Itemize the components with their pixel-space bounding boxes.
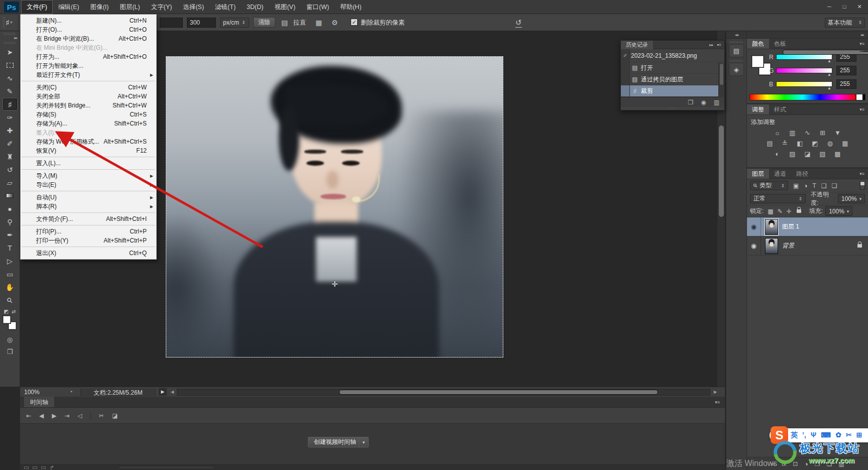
- slider-handle-icon[interactable]: ▲: [827, 72, 831, 77]
- panel-menu-icon[interactable]: ▾≡: [856, 104, 868, 114]
- panel-menu-icon[interactable]: ▾≡: [715, 397, 725, 407]
- panel-menu-icon[interactable]: ▾≡: [856, 169, 868, 179]
- lock-all-icon[interactable]: [797, 209, 801, 213]
- gradient-tool[interactable]: [3, 190, 17, 201]
- blue-value-field[interactable]: 255: [836, 79, 856, 89]
- overlay-options-icon[interactable]: ▦: [315, 18, 322, 27]
- menu-item-open-smart-object[interactable]: 打开为智能对象...: [21, 61, 156, 70]
- menu-top-item[interactable]: 文件(F): [21, 0, 53, 14]
- collapse-dock-icon[interactable]: ▸▸: [747, 31, 868, 39]
- tab-adjustments[interactable]: 调整: [747, 104, 769, 114]
- collapsed-panel-button[interactable]: ▤: [729, 44, 744, 57]
- scroll-left-icon[interactable]: ◀: [171, 390, 174, 394]
- create-video-timeline-button[interactable]: 创建视频时间轴: [308, 437, 362, 447]
- menu-top-item[interactable]: 滤镜(T): [209, 0, 241, 14]
- brush-tool[interactable]: ✐: [3, 138, 17, 149]
- menu-item-save-for-web[interactable]: 存储为 Web 所用格式... Alt+Shift+Ctrl+S: [21, 137, 156, 146]
- invert-icon[interactable]: ◐: [772, 150, 784, 158]
- layer-filtering-toggle[interactable]: [860, 181, 865, 190]
- selective-color-icon[interactable]: ▧: [817, 150, 829, 158]
- set-source-checkbox[interactable]: [621, 62, 630, 73]
- path-selection-tool[interactable]: ▷: [3, 255, 17, 267]
- filter-adjustment-layers-icon[interactable]: ◑: [804, 182, 807, 189]
- minimize-button[interactable]: ─: [823, 2, 836, 12]
- filter-shape-layers-icon[interactable]: ❑: [821, 182, 827, 189]
- menu-top-item[interactable]: 编辑(E): [53, 0, 85, 14]
- menu-top-item[interactable]: 图层(L): [114, 0, 145, 14]
- menu-item-print-one-copy[interactable]: 打印一份(Y) Alt+Shift+Ctrl+P: [21, 236, 156, 245]
- history-panel-tab[interactable]: 历史记录: [621, 41, 653, 49]
- tab-swatches[interactable]: 色板: [769, 39, 791, 49]
- slider-handle-icon[interactable]: ▲: [827, 59, 831, 63]
- brightness-contrast-icon[interactable]: ☼: [772, 129, 784, 137]
- gradient-map-icon[interactable]: ▩: [832, 150, 844, 158]
- document-size-info[interactable]: 文档:2.25M/5.26M: [80, 389, 156, 396]
- foreground-color-swatch[interactable]: [751, 55, 764, 68]
- blend-mode-select[interactable]: 正常 ⇕: [750, 194, 806, 203]
- render-video-icon[interactable]: ↱: [50, 464, 54, 470]
- foreground-color-swatch[interactable]: [3, 315, 11, 324]
- green-slider-track[interactable]: [776, 68, 832, 73]
- menu-top-item[interactable]: 窗口(W): [301, 0, 335, 14]
- transition-icon[interactable]: ◪: [112, 412, 118, 419]
- tab-color[interactable]: 颜色: [747, 39, 769, 49]
- visibility-eye-icon[interactable]: ◉: [747, 237, 761, 255]
- visibility-eye-icon[interactable]: ◉: [747, 217, 761, 236]
- sogou-keyboard-icon[interactable]: ⌨: [821, 431, 831, 440]
- next-frame-button[interactable]: ⇥: [65, 412, 70, 419]
- history-scrollbar[interactable]: [718, 63, 724, 97]
- collapsed-panel-button[interactable]: ◈: [729, 63, 744, 76]
- layer-thumbnail[interactable]: [765, 219, 778, 235]
- scroll-right-icon[interactable]: ▶: [714, 390, 717, 394]
- black-white-icon[interactable]: ◧: [794, 139, 806, 148]
- sogou-skin-icon[interactable]: ✿: [835, 431, 841, 440]
- menu-item-save-as[interactable]: 存储为(A)... Shift+Ctrl+S: [21, 119, 156, 128]
- close-button[interactable]: ✕: [853, 2, 866, 12]
- menu-item-save[interactable]: 存储(S) Ctrl+S: [21, 110, 156, 119]
- spot-healing-brush-tool[interactable]: ✚: [3, 125, 17, 136]
- menu-item-scripts[interactable]: 脚本(R) ▶: [21, 202, 156, 211]
- red-slider-track[interactable]: [776, 54, 832, 60]
- screen-mode-button[interactable]: ❐: [4, 346, 16, 357]
- crop-tool[interactable]: ♯: [3, 98, 17, 110]
- crop-size-field[interactable]: [160, 18, 183, 28]
- history-state-layer-via-copy[interactable]: ▤ 通过拷贝的图层: [621, 74, 724, 85]
- panel-menu-icon[interactable]: ▾≡: [717, 43, 721, 47]
- menu-top-item[interactable]: 帮助(H): [335, 0, 367, 14]
- green-value-field[interactable]: 255: [836, 66, 856, 75]
- rectangle-tool[interactable]: ▭: [3, 268, 17, 280]
- menu-item-import[interactable]: 导入(M) ▶: [21, 171, 156, 180]
- pen-tool[interactable]: ✒: [3, 229, 17, 241]
- levels-icon[interactable]: ▥: [787, 129, 799, 137]
- exposure-icon[interactable]: ⊞: [817, 129, 829, 137]
- reset-tool-icon[interactable]: ↺: [515, 18, 522, 28]
- collapse-panel-icon[interactable]: ▸▸: [709, 43, 713, 47]
- clear-button[interactable]: 清除: [253, 17, 275, 28]
- expand-dock-icon[interactable]: ◂◂: [726, 31, 746, 39]
- blue-slider-track[interactable]: [776, 81, 832, 87]
- menu-item-place[interactable]: 置入(L)...: [21, 159, 156, 168]
- photo-filter-icon[interactable]: ◩: [809, 139, 821, 148]
- filter-smart-objects-icon[interactable]: ❏: [832, 182, 837, 189]
- timeline-zoom-slider[interactable]: [119, 466, 214, 469]
- menu-item-open[interactable]: 打开(O)... Ctrl+O: [21, 25, 156, 34]
- history-brush-source-icon[interactable]: ✐: [621, 49, 630, 62]
- menu-item-file-info[interactable]: 文件简介(F)... Alt+Shift+Ctrl+I: [21, 214, 156, 223]
- lasso-tool[interactable]: ∿: [3, 72, 17, 84]
- sogou-mic-icon[interactable]: Ψ: [811, 431, 816, 440]
- set-source-checkbox[interactable]: [621, 74, 630, 85]
- menu-top-item[interactable]: 选择(S): [177, 0, 209, 14]
- color-lookup-icon[interactable]: ▦: [839, 139, 851, 148]
- layer-name[interactable]: 图层 1: [782, 222, 799, 231]
- layer-row-layer1[interactable]: ◉ 图层 1: [747, 217, 868, 237]
- type-tool[interactable]: T: [3, 242, 17, 254]
- new-snapshot-button[interactable]: ◉: [701, 99, 706, 106]
- opacity-select[interactable]: 100% ▾: [838, 194, 865, 203]
- play-button[interactable]: ▶: [52, 412, 56, 419]
- menu-item-close-goto-bridge[interactable]: 关闭并转到 Bridge... Shift+Ctrl+W: [21, 101, 156, 110]
- tab-layers[interactable]: 图层: [747, 169, 769, 179]
- layer-name[interactable]: 背景: [782, 242, 794, 250]
- document-image[interactable]: [166, 56, 503, 358]
- eraser-tool[interactable]: ▱: [3, 177, 17, 188]
- hue-saturation-icon[interactable]: ▤: [764, 139, 776, 148]
